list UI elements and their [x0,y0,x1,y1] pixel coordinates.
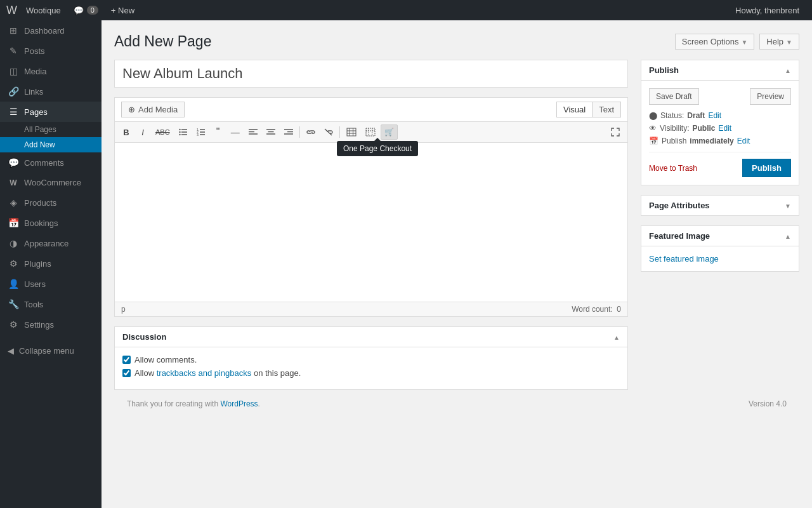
publish-date-edit-link[interactable]: Edit [737,137,750,145]
sidebar-item-dashboard[interactable]: ⊞ Dashboard [0,20,102,41]
links-icon: 🔗 [8,86,19,97]
insert-table-button[interactable] [343,124,360,140]
editor-wrap: ⊕ Add Media Visual Text B I ABC [114,97,628,317]
page-attributes-chevron-down-icon [785,201,791,210]
discussion-chevron-up-icon [613,332,620,342]
media-upload-icon: ⊕ [128,105,135,114]
sidebar-item-products[interactable]: ◈ Products [0,192,102,213]
fullscreen-button[interactable] [607,124,624,140]
italic-button[interactable]: I [135,124,150,140]
status-icon: ⬤ [649,111,657,120]
allow-trackbacks-checkbox[interactable] [122,369,131,377]
page-attributes-title: Page Attributes [649,201,710,210]
sidebar-subitem-add-new[interactable]: Add New [0,137,102,152]
preview-button[interactable]: Preview [750,88,791,105]
bookings-icon: 📅 [8,218,19,228]
publish-panel-header[interactable]: Publish [641,60,799,80]
ordered-list-button[interactable]: 1.2.3. [193,124,209,140]
allow-comments-checkbox[interactable] [122,356,131,364]
add-media-button[interactable]: ⊕ Add Media [121,102,185,117]
publish-when: immediately [690,137,733,145]
comments-link[interactable]: 💬 0 [67,0,105,20]
svg-text:3.: 3. [197,133,199,136]
top-bar-actions: Screen Options Help [675,34,799,50]
sidebar-item-tools[interactable]: 🔧 Tools [0,294,102,314]
sidebar-item-pages[interactable]: ☰ Pages [0,102,102,122]
help-button[interactable]: Help [759,34,799,50]
editor-content[interactable] [115,143,627,302]
sidebar-item-bookings[interactable]: 📅 Bookings [0,213,102,233]
tools-icon: 🔧 [8,299,19,309]
sidebar-item-links[interactable]: 🔗 Links [0,81,102,102]
svg-point-5 [179,134,180,135]
trackbacks-link[interactable]: trackbacks and pingbacks [157,368,252,378]
set-featured-image-link[interactable]: Set featured image [649,254,719,264]
align-right-button[interactable] [280,124,297,140]
howdy-user[interactable]: Howdy, thenbrent [729,0,806,20]
wordpress-link[interactable]: WordPress [220,399,258,408]
status-row: ⬤ Status: Draft Edit [649,111,791,120]
sidebar-item-users[interactable]: 👤 Users [0,274,102,294]
sidebar-item-woocommerce[interactable]: W WooCommerce [0,173,102,192]
status-label: Status: [660,111,684,120]
users-icon: 👤 [8,279,19,289]
remove-link-button[interactable] [320,124,337,140]
sidebar-item-comments[interactable]: 💬 Comments [0,152,102,173]
sidebar-item-settings[interactable]: ⚙ Settings [0,314,102,335]
one-page-checkout-button[interactable]: 🛒 [381,124,398,140]
publish-panel-content: Save Draft Preview ⬤ Status: Draft Edit … [641,80,799,185]
page-attributes-header[interactable]: Page Attributes [641,196,799,215]
post-title-input[interactable] [114,60,628,88]
unordered-list-button[interactable] [175,124,192,140]
site-name[interactable]: Wootique [20,0,67,20]
bold-button[interactable]: B [119,124,134,140]
toolbar-separator-1 [299,126,300,138]
save-draft-button[interactable]: Save Draft [649,88,699,105]
move-to-trash-link[interactable]: Move to Trash [649,164,697,173]
discussion-meta-box-header[interactable]: Discussion [115,327,627,347]
tab-text[interactable]: Text [592,102,620,117]
sidebar-item-media[interactable]: ◫ Media [0,61,102,81]
sidebar-subitem-all-pages[interactable]: All Pages [0,122,102,137]
page-attributes-panel: Page Attributes [641,195,799,216]
insert-link-button[interactable] [303,124,319,140]
plugins-icon: ⚙ [8,258,19,269]
footer-thank-you: Thank you for creating with WordPress. [127,399,260,408]
allow-comments-label: Allow comments. [134,355,197,364]
hr-button[interactable]: — [227,124,244,140]
collapse-menu-item[interactable]: ◀ Collapse menu [0,341,102,361]
sidebar-item-plugins[interactable]: ⚙ Plugins [0,253,102,274]
new-item-link[interactable]: + New [105,0,141,20]
editor-status-bar: p Word count: 0 [115,302,627,316]
svg-line-21 [325,129,332,135]
editor-toolbar-top: ⊕ Add Media Visual Text [115,98,627,122]
side-column: Publish Save Draft Preview ⬤ Status: Dra… [641,60,799,281]
align-center-button[interactable] [263,124,279,140]
editor-buttons-row: B I ABC 1.2.3. " — [115,122,627,143]
strikethrough-button[interactable]: ABC [152,124,174,140]
admin-menu: ⊞ Dashboard ✎ Posts ◫ Media 🔗 Links ☰ Pa… [0,20,102,508]
sidebar-item-appearance[interactable]: ◑ Appearance [0,233,102,253]
screen-options-button[interactable]: Screen Options [675,34,755,50]
sidebar-item-posts[interactable]: ✎ Posts [0,41,102,61]
svg-point-3 [179,129,180,130]
align-left-button[interactable] [245,124,261,140]
discussion-title: Discussion [122,332,166,342]
tab-visual[interactable]: Visual [557,102,592,117]
settings-icon: ⚙ [8,319,19,330]
featured-image-chevron-up-icon [785,231,791,241]
wp-logo[interactable]: W [6,4,17,17]
visibility-edit-link[interactable]: Edit [718,124,731,133]
footer: Thank you for creating with WordPress. V… [114,390,799,418]
featured-image-header[interactable]: Featured Image [641,226,799,246]
publish-footer: Move to Trash Publish [649,152,791,177]
status-edit-link[interactable]: Edit [708,111,721,120]
visibility-value: Public [692,124,715,133]
svg-point-4 [179,131,180,133]
visual-text-tabs: Visual Text [556,102,621,117]
publish-actions: Save Draft Preview [649,88,791,105]
blockquote-button[interactable]: " [211,124,226,140]
publish-button[interactable]: Publish [742,159,791,177]
main-column: ⊕ Add Media Visual Text B I ABC [114,60,628,390]
pages-icon: ☰ [8,107,19,117]
